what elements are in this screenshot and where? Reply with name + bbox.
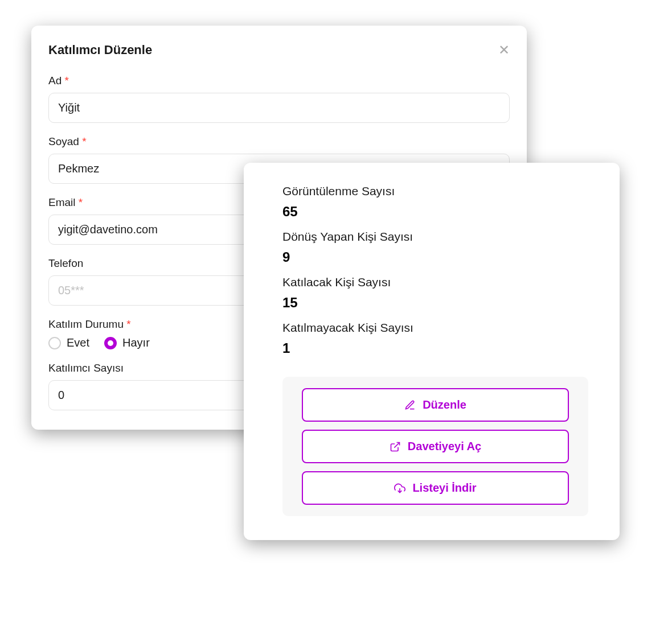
not-attending-value: 1 [282, 340, 588, 356]
download-icon [394, 483, 405, 494]
required-indicator: * [79, 196, 83, 208]
radio-label-yes: Evet [67, 336, 89, 349]
open-invitation-button[interactable]: Davetiyeyi Aç [302, 430, 569, 463]
stats-panel: Görüntülenme Sayısı 65 Dönüş Yapan Kişi … [244, 163, 620, 540]
edit-button-label: Düzenle [423, 398, 466, 411]
actions-container: Düzenle Davetiyeyi Aç Listeyi İndir [282, 377, 588, 516]
views-value: 65 [282, 204, 588, 220]
first-name-label: Ad * [48, 75, 510, 87]
radio-icon [48, 337, 61, 349]
first-name-input[interactable] [48, 93, 510, 123]
radio-label-no: Hayır [122, 336, 150, 349]
attending-label: Katılacak Kişi Sayısı [282, 275, 588, 289]
required-indicator: * [126, 318, 130, 330]
external-link-icon [390, 441, 401, 452]
open-invitation-label: Davetiyeyi Aç [408, 440, 481, 453]
responses-value: 9 [282, 249, 588, 265]
svg-line-0 [394, 442, 399, 447]
attendance-no-radio[interactable]: Hayır [104, 336, 150, 349]
not-attending-label: Katılmayacak Kişi Sayısı [282, 321, 588, 335]
close-icon: ✕ [498, 42, 510, 57]
views-label: Görüntülenme Sayısı [282, 184, 588, 198]
close-button[interactable]: ✕ [498, 43, 510, 57]
required-indicator: * [82, 135, 86, 147]
dialog-title: Katılımcı Düzenle [48, 43, 152, 57]
attendance-yes-radio[interactable]: Evet [48, 336, 89, 349]
download-list-button[interactable]: Listeyi İndir [302, 471, 569, 505]
download-list-label: Listeyi İndir [412, 481, 476, 495]
radio-selected-icon [104, 337, 117, 349]
edit-button[interactable]: Düzenle [302, 388, 569, 422]
attending-value: 15 [282, 295, 588, 311]
first-name-field-group: Ad * [48, 75, 510, 123]
dialog-header: Katılımcı Düzenle ✕ [48, 43, 510, 57]
last-name-label: Soyad * [48, 135, 510, 148]
pencil-icon [404, 400, 416, 411]
required-indicator: * [65, 75, 69, 87]
responses-label: Dönüş Yapan Kişi Sayısı [282, 230, 588, 244]
